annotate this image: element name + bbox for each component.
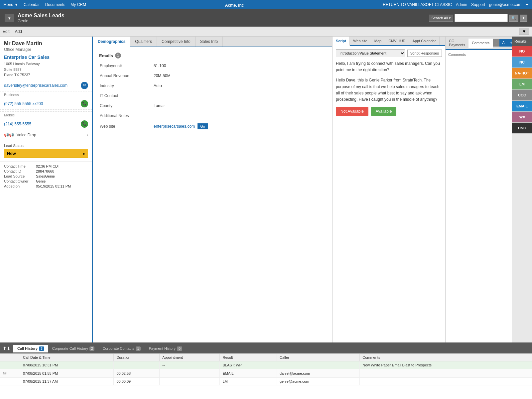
edit-bar-right: ▼ xyxy=(519,28,529,35)
bottom-panel-icon[interactable]: ⬆⬇ xyxy=(0,346,13,351)
mobile-phone[interactable]: (214) 555-5555 xyxy=(4,122,31,126)
return-classic-link[interactable]: RETURN TO VANILLASOFT CLASSIC xyxy=(383,2,452,7)
lead-status-dropdown-icon: ⬥ xyxy=(82,151,85,156)
col-check xyxy=(10,354,20,361)
nav-mycrm[interactable]: My CRM xyxy=(70,2,86,7)
business-phone[interactable]: (972) 555-5555 xx203 xyxy=(4,101,43,106)
website-value[interactable]: enterprisecarsales.com xyxy=(154,124,195,129)
call-mobile-button[interactable]: 📞 xyxy=(81,120,88,128)
top-nav-left: Menu ▼ Calendar Documents My CRM xyxy=(3,2,86,7)
company-name[interactable]: Enterprise Car Sales xyxy=(4,55,88,60)
table-row: 07/08/2015 11:37 AM00:00:09--LMgenie@acm… xyxy=(0,378,532,385)
user-icon: ✦ xyxy=(525,2,529,7)
result-lm-button[interactable]: LM xyxy=(512,79,532,90)
tab-website[interactable]: Web site xyxy=(350,37,371,45)
tab-qualifiers[interactable]: Qualifiers xyxy=(130,37,157,47)
website-go-button[interactable]: Go xyxy=(198,123,208,129)
meta-contact-owner: Contact Owner Genie xyxy=(4,179,88,183)
business-label: Business xyxy=(0,91,92,98)
call-business-button[interactable]: 📞 xyxy=(81,100,88,107)
email-icon-button[interactable]: ✉ xyxy=(81,82,88,89)
result-no-button[interactable]: NO xyxy=(512,46,532,57)
additional-notes-row: Additional Notes xyxy=(97,111,328,120)
tab-appt-calendar[interactable]: Appt Calendar xyxy=(409,37,440,45)
row-icon: ✉ xyxy=(0,369,10,378)
tab-cc-payments[interactable]: CC Payments xyxy=(446,37,468,49)
row-icon xyxy=(0,378,10,385)
result-ccc-button[interactable]: CCC xyxy=(512,90,532,101)
cc-content: Comments xyxy=(446,50,512,342)
collapse-button[interactable]: ▾ xyxy=(5,14,14,22)
meta-added-on: Added on 05/19/2015 03:11 PM xyxy=(4,184,88,188)
search-button[interactable]: 🔍 xyxy=(509,15,518,22)
result-wn-button[interactable]: W# xyxy=(512,112,532,123)
tab-map[interactable]: Map xyxy=(371,37,385,45)
result-nc-button[interactable]: NC xyxy=(512,57,532,68)
cc-minus-button[interactable]: - xyxy=(493,39,499,47)
menu-dropdown[interactable]: Menu ▼ xyxy=(3,2,18,7)
row-date-time: 07/08/2015 10:31 PM xyxy=(20,361,114,369)
tab-sales-info[interactable]: Sales Info xyxy=(196,37,223,47)
tab-cmv-hud[interactable]: CMV HUD xyxy=(385,37,409,45)
email-link[interactable]: daveridley@enterprisecarsales.com xyxy=(4,83,67,88)
collapse-panel-button[interactable]: ▼ xyxy=(519,28,529,35)
tab-corporate-call-history[interactable]: Corporate Call History 2 xyxy=(48,345,99,352)
demographics-table: Employees# 51-100 Annual Revenue 20M-50M… xyxy=(96,61,329,132)
call-history-body: 07/08/2015 10:31 PM--BLAST: WPNew White … xyxy=(0,361,532,385)
not-available-button[interactable]: Not Available xyxy=(336,107,368,116)
user-email: genie@acme.com xyxy=(489,2,521,7)
row-icon xyxy=(0,361,10,369)
tab-competitive-info[interactable]: Competitive Info xyxy=(157,37,196,47)
available-button[interactable]: Available xyxy=(371,107,396,116)
tab-payment-history[interactable]: Payment History 0 xyxy=(145,345,186,352)
result-na-hot-button[interactable]: NA-HOT xyxy=(512,68,532,79)
row-check xyxy=(10,361,20,369)
additional-notes-value xyxy=(151,111,328,120)
search-input[interactable] xyxy=(455,14,508,22)
row-check xyxy=(10,378,20,385)
add-button[interactable]: Add xyxy=(15,29,22,34)
search-advanced-button[interactable]: ✦ xyxy=(520,15,527,22)
script-responses-button[interactable]: Script Responses xyxy=(407,50,442,57)
voice-drop-row[interactable]: 📢📢 Voice Drop › xyxy=(0,130,92,140)
edit-button[interactable]: Edit xyxy=(3,29,10,34)
nav-documents[interactable]: Documents xyxy=(45,2,66,7)
bottom-panel: ⬆⬇ Call History 3 Corporate Call History… xyxy=(0,342,532,399)
annual-revenue-value: 20M-50M xyxy=(151,71,328,80)
it-contact-row: IT Contact xyxy=(97,91,328,100)
result-email-button[interactable]: EMAIL xyxy=(512,101,532,112)
tab-script[interactable]: Script xyxy=(332,37,350,46)
nav-calendar[interactable]: Calendar xyxy=(24,2,40,7)
menu-label[interactable]: Menu xyxy=(3,2,13,7)
result-dnc-button[interactable]: DNC xyxy=(512,123,532,134)
admin-link[interactable]: Admin xyxy=(456,2,467,7)
tab-comments[interactable]: Comments xyxy=(468,39,493,48)
business-phone-detail: (972) 555-5555 xx203 📞 xyxy=(0,98,92,110)
row-appointment: -- xyxy=(160,378,220,385)
tab-demographics[interactable]: Demographics xyxy=(93,37,130,47)
annual-revenue-row: Annual Revenue 20M-50M xyxy=(97,71,328,80)
meta-contact-time: Contact Time 02:36 PM CDT xyxy=(4,164,88,168)
tab-corporate-contacts[interactable]: Corporate Contacts 1 xyxy=(98,345,145,352)
emails-label: Emails xyxy=(99,53,113,58)
script-dropdown[interactable]: Introduction/Value Statement xyxy=(336,49,405,57)
row-date-time: 07/08/2015 11:37 AM xyxy=(20,378,114,385)
mobile-label: Mobile xyxy=(0,112,92,118)
contact-id-value: 288478668 xyxy=(36,169,54,173)
col-icon xyxy=(0,354,10,361)
lead-status-select[interactable]: New ⬥ xyxy=(4,149,88,158)
support-link[interactable]: Support xyxy=(471,2,485,7)
tab-call-history[interactable]: Call History 3 xyxy=(13,345,48,352)
added-on-label: Added on xyxy=(4,184,34,188)
lead-source-label: Lead Source xyxy=(4,174,34,178)
row-duration xyxy=(114,361,160,369)
table-row: ✉07/08/2015 01:55 PM00:02:58--EMAILdanie… xyxy=(0,369,532,378)
top-nav-right: RETURN TO VANILLASOFT CLASSIC Admin Supp… xyxy=(383,2,529,7)
results-header[interactable]: Results... xyxy=(512,37,532,46)
employees-label: Employees# xyxy=(97,61,150,70)
search-scope-dropdown[interactable]: Search All ▾ xyxy=(429,15,453,22)
cc-a-button[interactable]: A xyxy=(499,39,507,47)
corporate-contacts-count: 1 xyxy=(136,346,141,351)
row-appointment: -- xyxy=(160,361,220,369)
demographics-content: Emails 1 Employees# 51-100 Annual Revenu… xyxy=(93,47,332,342)
